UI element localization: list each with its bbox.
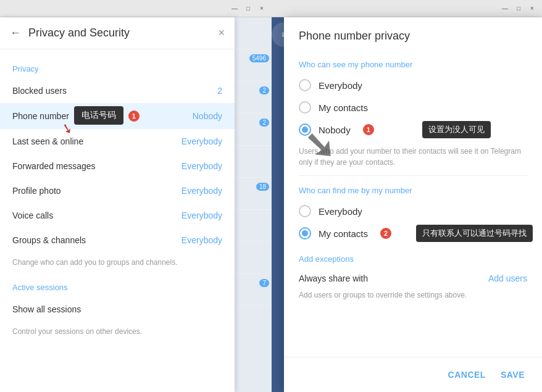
- radio-mycontacts-1[interactable]: My contacts: [299, 96, 527, 119]
- forwarded-label: Forwarded messages: [12, 161, 181, 171]
- panel-title: Privacy and Security: [28, 27, 211, 40]
- groups-value: Everybody: [181, 235, 222, 245]
- nobody-annotation: 设置为没人可见: [422, 121, 491, 138]
- groups-desc: Change who can add you to groups and cha…: [0, 252, 235, 278]
- privacy-item-phone[interactable]: Phone number 1 电话号码 Nobody: [0, 103, 235, 129]
- section2-label: Who can find me by my number: [299, 176, 527, 200]
- privacy-item-calls[interactable]: Voice calls Everybody: [0, 203, 235, 228]
- radio-circle-everybody-2: [299, 205, 311, 217]
- radio-everybody-1[interactable]: Everybody: [299, 74, 527, 96]
- privacy-item-blocked[interactable]: Blocked users 2: [0, 78, 235, 103]
- sessions-desc: Control your sessions on other devices.: [0, 322, 235, 347]
- badge: 7: [259, 279, 269, 287]
- radio-circle-mycontacts-1: [299, 101, 311, 114]
- radio-mycontacts-2[interactable]: My contacts 2 只有联系人可以通过号码寻找: [299, 222, 527, 244]
- exceptions-desc: Add users or groups to override the sett…: [299, 288, 527, 307]
- radio-label-mycontacts-1: My contacts: [319, 102, 368, 113]
- badge: 5496: [249, 54, 269, 62]
- add-exceptions-label: Add exceptions: [299, 244, 527, 269]
- privacy-panel: ← Privacy and Security × Privacy Blocked…: [0, 17, 235, 392]
- badge: 18: [256, 183, 269, 191]
- dialog-footer: CANCEL SAVE: [284, 357, 542, 392]
- annotation-1-badge: 1: [128, 111, 140, 122]
- show-all-sessions[interactable]: Show all sessions: [0, 297, 235, 322]
- lastseen-value: Everybody: [181, 136, 222, 146]
- dialog-content: Who can see my phone number Everybody My…: [284, 50, 542, 357]
- exceptions-row: Always share with Add users: [299, 269, 527, 288]
- panel-content: Privacy Blocked users 2 Phone number 1 电…: [0, 49, 235, 392]
- save-button[interactable]: SAVE: [498, 365, 527, 385]
- close-panel-btn[interactable]: ×: [218, 27, 225, 40]
- left-titlebar: — □ ×: [0, 0, 272, 17]
- close-btn-r[interactable]: ×: [527, 4, 537, 14]
- radio-label-mycontacts-2: My contacts: [319, 228, 368, 239]
- groups-label: Groups & channels: [12, 235, 181, 245]
- right-titlebar: — □ ×: [272, 0, 542, 17]
- radio-circle-everybody-1: [299, 79, 311, 91]
- privacy-item-lastseen[interactable]: Last seen & online Everybody: [0, 129, 235, 154]
- privacy-item-groups[interactable]: Groups & channels Everybody: [0, 228, 235, 252]
- maximize-btn-r[interactable]: □: [514, 4, 523, 14]
- active-sessions-label: Active sessions: [0, 278, 235, 297]
- privacy-item-forwarded[interactable]: Forwarded messages Everybody: [0, 154, 235, 178]
- privacy-item-photo[interactable]: Profile photo Everybody: [0, 178, 235, 203]
- show-sessions-label: Show all sessions: [12, 304, 222, 314]
- phone-value: Nobody: [193, 111, 222, 121]
- dialog-header: Phone number privacy: [284, 17, 542, 50]
- back-button[interactable]: ←: [10, 27, 21, 40]
- calls-label: Voice calls: [12, 211, 181, 220]
- maximize-btn[interactable]: □: [243, 4, 253, 14]
- minimize-btn-r[interactable]: —: [500, 4, 510, 14]
- always-share-label: Always share with: [299, 273, 488, 283]
- badge: 2: [259, 86, 269, 94]
- blocked-count: 2: [217, 86, 222, 96]
- cancel-button[interactable]: CANCEL: [446, 365, 488, 385]
- panel-header: ← Privacy and Security ×: [0, 17, 235, 49]
- calls-value: Everybody: [181, 211, 222, 220]
- dialog-title: Phone number privacy: [299, 30, 527, 43]
- section1-label: Who can see my phone number: [299, 50, 527, 74]
- photo-value: Everybody: [181, 186, 222, 196]
- add-users-button[interactable]: Add users: [488, 273, 527, 283]
- right-window: — □ × 1:49 5496 1:34 2 21:06: [272, 0, 542, 392]
- close-btn-left[interactable]: ×: [257, 4, 267, 14]
- big-arrow-icon: ➘: [304, 123, 335, 167]
- privacy-section-label: Privacy: [0, 59, 235, 78]
- annotation-2-badge: 2: [380, 228, 391, 239]
- lastseen-label: Last seen & online: [12, 136, 181, 146]
- phone-annotation-bubble: 电话号码: [74, 106, 123, 125]
- left-window: — □ × ≡ 1:49 5496 1:34 2: [0, 0, 272, 392]
- photo-label: Profile photo: [12, 186, 181, 196]
- forwarded-value: Everybody: [181, 161, 222, 171]
- annotation-1-badge-r: 1: [363, 124, 374, 135]
- contacts-annotation: 只有联系人可以通过号码寻找: [416, 225, 533, 242]
- radio-everybody-2[interactable]: Everybody: [299, 200, 527, 222]
- minimize-btn[interactable]: —: [230, 4, 240, 14]
- radio-circle-mycontacts-2: [299, 227, 311, 240]
- radio-label-everybody-1: Everybody: [319, 80, 362, 91]
- blocked-label: Blocked users: [12, 86, 217, 96]
- radio-label-everybody-2: Everybody: [319, 206, 362, 217]
- phone-privacy-dialog: Phone number privacy Who can see my phon…: [284, 17, 542, 392]
- badge: 2: [259, 119, 269, 127]
